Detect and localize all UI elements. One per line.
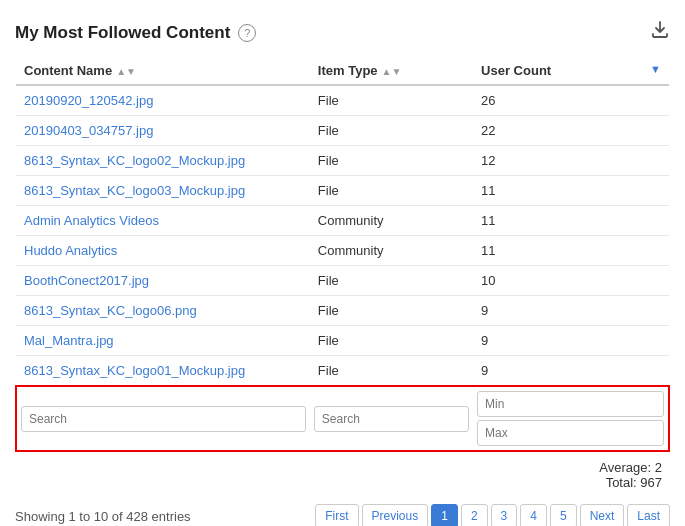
content-name-link[interactable]: Huddo Analytics xyxy=(24,243,117,258)
content-name-cell: BoothConect2017.jpg xyxy=(16,266,310,296)
pagination-page-1-button[interactable]: 1 xyxy=(431,504,458,526)
user-count-cell: 11 xyxy=(473,236,669,266)
content-name-link[interactable]: Admin Analytics Videos xyxy=(24,213,159,228)
content-name-cell: 8613_Syntax_KC_logo01_Mockup.jpg xyxy=(16,356,310,387)
pagination-first-button[interactable]: First xyxy=(315,504,358,526)
content-name-cell: 8613_Syntax_KC_logo03_Mockup.jpg xyxy=(16,176,310,206)
item-type-cell: Community xyxy=(310,236,473,266)
content-name-cell: 8613_Syntax_KC_logo02_Mockup.jpg xyxy=(16,146,310,176)
user-count-cell: 9 xyxy=(473,326,669,356)
filter-icon-user_count[interactable]: ▼ xyxy=(650,63,661,75)
table-row: 8613_Syntax_KC_logo02_Mockup.jpgFile12 xyxy=(16,146,669,176)
user-count-cell: 9 xyxy=(473,356,669,387)
content-name-link[interactable]: BoothConect2017.jpg xyxy=(24,273,149,288)
table-row: Huddo AnalyticsCommunity11 xyxy=(16,236,669,266)
filter-row xyxy=(16,386,669,451)
item-type-cell: File xyxy=(310,266,473,296)
summary-section: Average: 2 Total: 967 xyxy=(15,452,670,494)
table-row: Mal_Mantra.jpgFile9 xyxy=(16,326,669,356)
content-name-link[interactable]: 8613_Syntax_KC_logo03_Mockup.jpg xyxy=(24,183,245,198)
table-row: Admin Analytics VideosCommunity11 xyxy=(16,206,669,236)
content-name-link[interactable]: Mal_Mantra.jpg xyxy=(24,333,114,348)
content-name-link[interactable]: 8613_Syntax_KC_logo02_Mockup.jpg xyxy=(24,153,245,168)
help-icon[interactable]: ? xyxy=(238,24,256,42)
pagination-page-3-button[interactable]: 3 xyxy=(491,504,518,526)
user-count-cell: 12 xyxy=(473,146,669,176)
item-type-cell: File xyxy=(310,116,473,146)
user-count-min-input[interactable] xyxy=(477,391,664,417)
content-name-link[interactable]: 8613_Syntax_KC_logo06.png xyxy=(24,303,197,318)
pagination-row: Showing 1 to 10 of 428 entries FirstPrev… xyxy=(15,494,670,526)
user-count-max-input[interactable] xyxy=(477,420,664,446)
entries-info: Showing 1 to 10 of 428 entries xyxy=(15,509,191,524)
table-row: 8613_Syntax_KC_logo03_Mockup.jpgFile11 xyxy=(16,176,669,206)
pagination: FirstPrevious12345NextLast xyxy=(315,504,670,526)
content-name-cell: 20190920_120542.jpg xyxy=(16,85,310,116)
user-count-cell: 22 xyxy=(473,116,669,146)
content-table: Content Name▲▼Item Type▲▼User Count▼ 201… xyxy=(15,57,670,452)
table-row: 8613_Syntax_KC_logo06.pngFile9 xyxy=(16,296,669,326)
content-name-cell: Huddo Analytics xyxy=(16,236,310,266)
content-name-link[interactable]: 20190403_034757.jpg xyxy=(24,123,153,138)
sort-icon-item_type: ▲▼ xyxy=(382,66,402,77)
header-col-content_name[interactable]: Content Name▲▼ xyxy=(16,57,310,85)
table-row: BoothConect2017.jpgFile10 xyxy=(16,266,669,296)
item-type-search-input[interactable] xyxy=(314,406,469,432)
header-col-user_count: User Count▼ xyxy=(473,57,669,85)
total-label: Total: 967 xyxy=(15,475,662,490)
pagination-next-button[interactable]: Next xyxy=(580,504,625,526)
pagination-last-button[interactable]: Last xyxy=(627,504,670,526)
pagination-page-2-button[interactable]: 2 xyxy=(461,504,488,526)
download-button[interactable] xyxy=(650,20,670,45)
content-name-filter-cell xyxy=(16,386,310,451)
sort-icon-content_name: ▲▼ xyxy=(116,66,136,77)
table-row: 8613_Syntax_KC_logo01_Mockup.jpgFile9 xyxy=(16,356,669,387)
user-count-cell: 11 xyxy=(473,176,669,206)
item-type-cell: Community xyxy=(310,206,473,236)
content-name-cell: Mal_Mantra.jpg xyxy=(16,326,310,356)
content-name-cell: 20190403_034757.jpg xyxy=(16,116,310,146)
pagination-previous-button[interactable]: Previous xyxy=(362,504,429,526)
user-count-cell: 11 xyxy=(473,206,669,236)
pagination-page-5-button[interactable]: 5 xyxy=(550,504,577,526)
item-type-cell: File xyxy=(310,296,473,326)
content-name-cell: 8613_Syntax_KC_logo06.png xyxy=(16,296,310,326)
average-label: Average: 2 xyxy=(15,460,662,475)
item-type-cell: File xyxy=(310,85,473,116)
content-name-search-input[interactable] xyxy=(21,406,306,432)
item-type-cell: File xyxy=(310,356,473,387)
user-count-cell: 26 xyxy=(473,85,669,116)
content-name-link[interactable]: 8613_Syntax_KC_logo01_Mockup.jpg xyxy=(24,363,245,378)
item-type-cell: File xyxy=(310,326,473,356)
header-col-item_type[interactable]: Item Type▲▼ xyxy=(310,57,473,85)
item-type-cell: File xyxy=(310,146,473,176)
table-row: 20190403_034757.jpgFile22 xyxy=(16,116,669,146)
user-count-filter-cell xyxy=(473,386,669,451)
content-name-link[interactable]: 20190920_120542.jpg xyxy=(24,93,153,108)
content-name-cell: Admin Analytics Videos xyxy=(16,206,310,236)
item-type-cell: File xyxy=(310,176,473,206)
user-count-cell: 10 xyxy=(473,266,669,296)
item-type-filter-cell xyxy=(310,386,473,451)
table-row: 20190920_120542.jpgFile26 xyxy=(16,85,669,116)
page-title: My Most Followed Content xyxy=(15,23,230,43)
user-count-cell: 9 xyxy=(473,296,669,326)
pagination-page-4-button[interactable]: 4 xyxy=(520,504,547,526)
